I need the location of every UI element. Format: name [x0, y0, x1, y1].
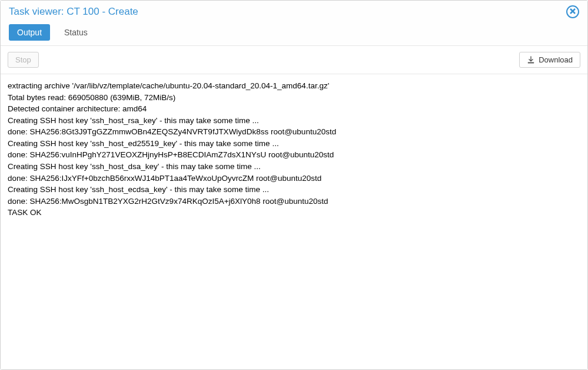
tab-output[interactable]: Output — [9, 24, 50, 41]
stop-button-label: Stop — [15, 55, 31, 64]
log-line: done: SHA256:IJxYFf+0bzchB56rxxWJ14bPT1a… — [8, 173, 580, 184]
task-viewer-window: Task viewer: CT 100 - Create Output Stat… — [0, 0, 588, 370]
close-icon — [569, 8, 576, 16]
tab-status[interactable]: Status — [56, 24, 96, 41]
stop-button: Stop — [8, 52, 39, 68]
log-line: TASK OK — [8, 207, 580, 219]
download-icon — [527, 56, 535, 64]
log-line: Detected container architecture: amd64 — [8, 103, 580, 115]
tab-bar: Output Status — [1, 22, 587, 46]
log-line: Total bytes read: 669050880 (639MiB, 72M… — [8, 92, 580, 104]
download-button[interactable]: Download — [519, 52, 580, 68]
log-line: done: SHA256:vuInHPghY271VEOXZHjnyHsP+B8… — [8, 149, 580, 161]
log-line: done: SHA256:MwOsgbN1TB2YXG2rH2GtVz9x74R… — [8, 196, 580, 207]
log-line: done: SHA256:8Gt3J9TgGZZmmwOBn4ZEQSZy4NV… — [8, 126, 580, 138]
window-title: Task viewer: CT 100 - Create — [9, 6, 138, 18]
titlebar: Task viewer: CT 100 - Create — [1, 1, 587, 22]
log-line: Creating SSH host key 'ssh_host_ed25519_… — [8, 138, 580, 150]
close-button[interactable] — [566, 5, 579, 18]
toolbar: Stop Download — [1, 46, 587, 74]
download-button-label: Download — [539, 55, 573, 64]
svg-rect-2 — [528, 62, 534, 63]
log-line: Creating SSH host key 'ssh_host_ecdsa_ke… — [8, 184, 580, 196]
log-line: Creating SSH host key 'ssh_host_rsa_key'… — [8, 115, 580, 127]
log-output[interactable]: extracting archive '/var/lib/vz/template… — [1, 74, 587, 369]
log-line: Creating SSH host key 'ssh_host_dsa_key'… — [8, 161, 580, 173]
log-line: extracting archive '/var/lib/vz/template… — [8, 80, 580, 92]
